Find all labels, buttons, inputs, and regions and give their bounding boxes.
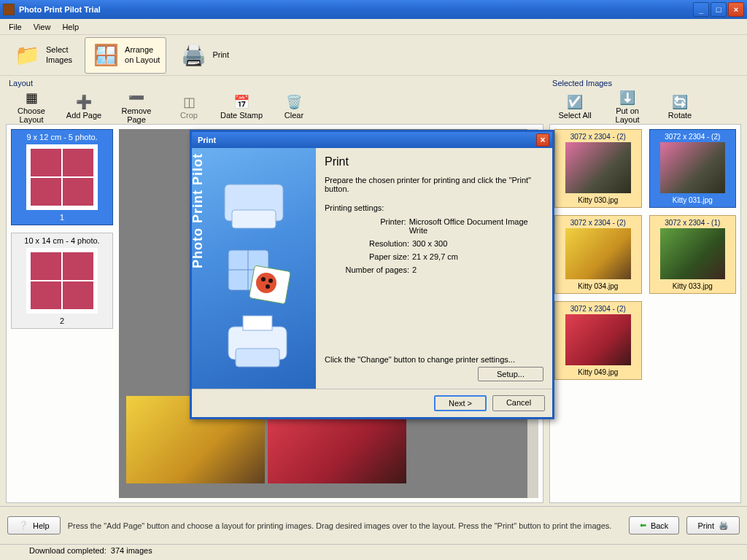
main-toolbar: 📁 SelectImages 🪟 Arrangeon Layout 🖨️ Pri… [0,35,747,76]
add-page-button[interactable]: ➕Add Page [61,93,107,120]
selected-thumb[interactable]: 3072 x 2304 - (2) Kitty 031.jpg [649,129,736,208]
layout-thumb-caption: 9 x 12 cm - 5 photo. [15,133,109,141]
date-stamp-button[interactable]: 📅Date Stamp [219,93,264,120]
thumb-filename: Kitty 049.jpg [558,368,638,376]
wizard-illustration-icon [206,170,301,389]
selected-panel-title: Selected Images [549,79,741,88]
layout-thumbnails: 9 x 12 cm - 5 photo. 1 10 x 14 cm - 4 ph… [11,129,113,498]
thumb-dimensions: 3072 x 2304 - (2) [558,133,638,141]
select-all-icon: ☑️ [565,93,585,111]
dialog-side-label: Photo Print Pilot [190,153,206,268]
printer-icon: 🖨️ [179,41,208,70]
thumb-dimensions: 3072 x 2304 - (1) [653,219,732,227]
dialog-title: Print [195,136,536,144]
thumb-filename: Kitty 033.jpg [653,282,732,290]
date-stamp-icon: 📅 [231,93,252,111]
put-on-layout-button[interactable]: ⬇️Put on Layout [605,89,650,124]
thumb-dimensions: 3072 x 2304 - (2) [558,219,638,227]
menu-file[interactable]: File [3,21,28,33]
print-dialog: Print × Photo Print Pilot Print Prepare … [190,130,554,419]
folder-icon: 📁 [12,41,42,70]
close-button[interactable]: × [728,2,744,17]
remove-page-icon: ➖ [126,89,147,106]
pages-value: 2 [412,265,417,274]
arrange-layout-label: Arrangeon Layout [125,45,160,64]
selected-thumb[interactable]: 3072 x 2304 - (2) Kitty 034.jpg [554,215,641,294]
help-icon: ❔ [18,521,28,530]
layout-thumb-index: 1 [15,213,109,222]
dialog-buttons: Next > Cancel [192,389,552,417]
remove-page-button[interactable]: ➖Remove Page [114,89,159,124]
printer-value: Microsoft Office Document Image Write [409,217,543,235]
menu-help[interactable]: Help [56,21,85,33]
clear-button[interactable]: 🗑️Clear [271,93,317,120]
statusbar: Download completed: 374 images [0,544,747,559]
choose-layout-button[interactable]: ▦Choose Layout [9,89,54,124]
selected-thumb[interactable]: 3072 x 2304 - (2) Kitty 030.jpg [554,129,641,208]
thumb-dimensions: 3072 x 2304 - (2) [653,133,732,141]
app-icon [3,4,15,15]
svg-rect-12 [243,316,272,330]
add-page-icon: ➕ [74,93,94,111]
footer-hint: Press the "Add Page" button and choose a… [68,521,622,530]
minimize-button[interactable]: _ [693,2,709,17]
next-button[interactable]: Next > [434,395,487,411]
layout-panel-title: Layout [6,79,543,88]
layout-icon: 🪟 [91,41,120,70]
layout-thumb-caption: 10 x 14 cm - 4 photo. [15,236,109,245]
printer-label: Printer: [325,217,409,235]
crop-button[interactable]: ◫Crop [166,93,212,120]
thumb-preview [565,314,630,365]
print-button[interactable]: 🖨️ Print [172,37,236,74]
thumb-filename: Kitty 031.jpg [653,196,732,204]
cancel-button[interactable]: Cancel [492,395,545,411]
thumb-dimensions: 3072 x 2304 - (2) [558,305,638,313]
dialog-intro: Prepare the chosen printer for printing … [325,176,543,193]
help-button[interactable]: ❔Help [7,516,61,534]
svg-rect-11 [236,349,279,367]
dialog-content: Print Prepare the chosen printer for pri… [316,148,552,389]
status-label: Download completed: [29,546,107,557]
rotate-icon: 🔄 [670,93,690,111]
select-images-label: SelectImages [46,45,72,64]
thumb-preview [660,228,725,279]
dialog-close-button[interactable]: × [536,133,549,147]
selected-images-grid: 3072 x 2304 - (2) Kitty 030.jpg3072 x 23… [554,129,736,380]
setup-button[interactable]: Setup... [478,367,543,381]
clear-icon: 🗑️ [284,93,304,111]
resolution-value: 300 x 300 [412,239,447,248]
svg-point-8 [268,279,273,283]
thumb-preview [565,142,630,193]
menubar: File View Help [0,19,747,35]
paper-size-label: Paper size: [325,252,412,261]
footer-print-button[interactable]: Print🖨️ [686,516,740,534]
selected-thumb[interactable]: 3072 x 2304 - (1) Kitty 033.jpg [649,215,736,294]
put-icon: ⬇️ [617,89,638,106]
print-label: Print [212,50,229,60]
selected-thumb[interactable]: 3072 x 2304 - (2) Kitty 049.jpg [554,301,641,380]
arrange-layout-button[interactable]: 🪟 Arrangeon Layout [85,37,166,74]
thumb-preview [660,142,725,193]
layout-thumb-2[interactable]: 10 x 14 cm - 4 photo. 2 [11,233,113,329]
svg-point-9 [266,284,270,289]
menu-view[interactable]: View [28,21,57,33]
dialog-titlebar: Print × [192,132,552,148]
settings-label: Printing settings: [325,203,543,212]
rotate-button[interactable]: 🔄Rotate [657,93,703,120]
titlebar: Photo Print Pilot Trial _ □ × [0,0,747,19]
dialog-sidebar: Photo Print Pilot [192,148,316,389]
svg-point-7 [261,277,266,281]
footer: ❔Help Press the "Add Page" button and ch… [0,506,747,544]
pages-label: Number of pages: [325,265,412,274]
select-images-button[interactable]: 📁 SelectImages [6,37,79,74]
thumb-filename: Kitty 034.jpg [558,282,638,290]
svg-rect-1 [232,210,276,228]
layout-thumb-1[interactable]: 9 x 12 cm - 5 photo. 1 [11,129,113,225]
dialog-heading: Print [325,155,543,168]
select-all-button[interactable]: ☑️Select All [552,93,597,120]
maximize-button[interactable]: □ [711,2,727,17]
back-button[interactable]: ⬅Back [629,516,679,534]
layout-thumb-index: 2 [15,316,109,325]
crop-icon: ◫ [179,93,199,111]
grid-icon: ▦ [21,89,42,106]
